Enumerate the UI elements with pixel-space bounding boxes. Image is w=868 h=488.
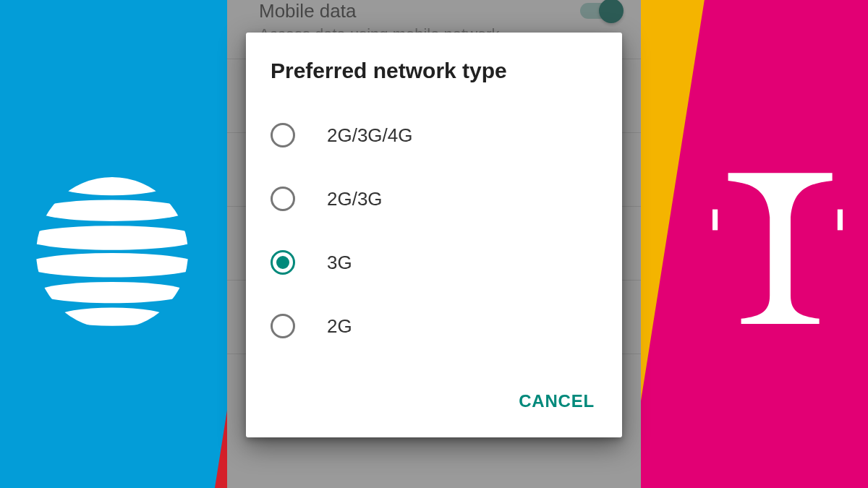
option-2g-3g-4g[interactable]: 2G/3G/4G [246, 103, 622, 167]
stage: Mobile data Access data using mobile net… [0, 0, 868, 488]
att-globe-icon [36, 177, 188, 329]
radio-icon [271, 314, 295, 338]
preferred-network-dialog: Preferred network type 2G/3G/4G 2G/3G 3G… [246, 33, 622, 437]
tmobile-t-icon [712, 166, 843, 325]
radio-icon [271, 123, 295, 147]
dialog-title: Preferred network type [246, 33, 622, 100]
option-label: 2G/3G/4G [327, 124, 413, 147]
option-label: 2G [327, 315, 352, 338]
option-label: 2G/3G [327, 188, 383, 210]
svg-rect-7 [712, 210, 718, 231]
svg-point-3 [36, 226, 188, 250]
svg-point-6 [57, 308, 166, 326]
option-2g-3g[interactable]: 2G/3G [246, 167, 622, 231]
svg-point-4 [36, 253, 188, 278]
dialog-actions: CANCEL [246, 369, 622, 437]
radio-icon-checked [271, 250, 295, 275]
svg-point-1 [61, 177, 164, 195]
cancel-button[interactable]: CANCEL [511, 382, 602, 420]
dialog-options: 2G/3G/4G 2G/3G 3G 2G [246, 100, 622, 369]
svg-point-5 [36, 282, 188, 303]
svg-point-2 [36, 200, 188, 221]
option-2g[interactable]: 2G [246, 294, 622, 358]
svg-rect-8 [838, 210, 843, 231]
radio-icon [271, 187, 295, 211]
option-label: 3G [327, 252, 352, 274]
option-3g[interactable]: 3G [246, 231, 622, 294]
